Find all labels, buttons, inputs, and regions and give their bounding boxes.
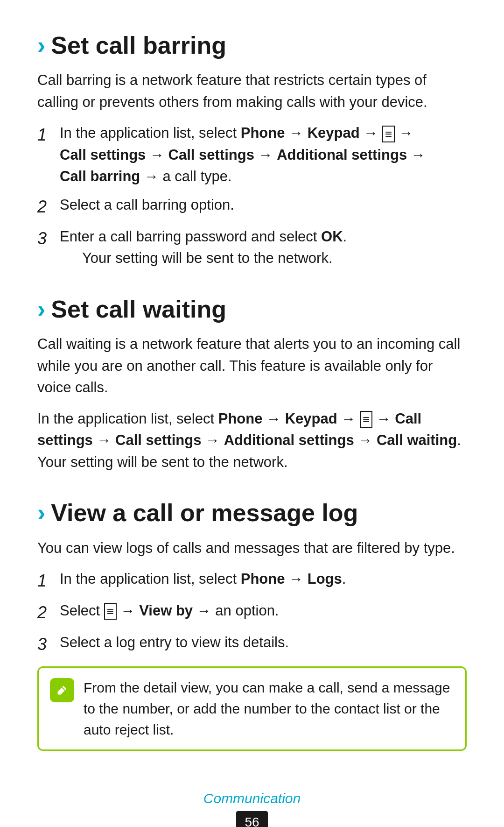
note-text: From the detail view, you can make a cal…	[84, 677, 454, 740]
section-title-view-log: › View a call or message log	[37, 495, 467, 530]
section-title-call-waiting: › Set call waiting	[37, 292, 467, 327]
step-number: 1	[37, 122, 60, 148]
step-item: 3 Select a log entry to view its details…	[37, 632, 467, 657]
page-footer: Communication 56	[37, 788, 467, 827]
step-number: 3	[37, 226, 60, 251]
step-content: In the application list, select Phone → …	[60, 568, 467, 590]
step-item: 2 Select a call barring option.	[37, 194, 467, 219]
footer-label: Communication	[37, 788, 467, 809]
call-waiting-description: Call waiting is a network feature that a…	[37, 333, 467, 399]
section-call-waiting: › Set call waiting Call waiting is a net…	[37, 292, 467, 473]
footer-page-number: 56	[236, 811, 267, 827]
step-number: 1	[37, 568, 60, 594]
chevron-icon-1: ›	[37, 28, 45, 63]
pencil-icon	[55, 683, 70, 698]
step-item: 3 Enter a call barring password and sele…	[37, 226, 467, 269]
section-title-call-barring: › Set call barring	[37, 28, 467, 63]
step-content: In the application list, select Phone → …	[60, 122, 467, 188]
call-waiting-inline: In the application list, select Phone → …	[37, 408, 467, 474]
note-icon	[50, 678, 74, 702]
note-box: From the detail view, you can make a cal…	[37, 666, 467, 751]
step-item: 1 In the application list, select Phone …	[37, 568, 467, 594]
step-content: Select ≡ → View by → an option.	[60, 600, 467, 622]
step-content: Select a log entry to view its details.	[60, 632, 467, 654]
step-subnote: Your setting will be sent to the network…	[82, 247, 347, 269]
view-log-description: You can view logs of calls and messages …	[37, 537, 467, 559]
step-content: Select a call barring option.	[60, 194, 467, 216]
section-call-barring: › Set call barring Call barring is a net…	[37, 28, 467, 269]
step-item: 2 Select ≡ → View by → an option.	[37, 600, 467, 625]
step-number: 2	[37, 194, 60, 219]
step-item: 1 In the application list, select Phone …	[37, 122, 467, 188]
step-content: Enter a call barring password and select…	[60, 228, 347, 245]
chevron-icon-2: ›	[37, 292, 45, 327]
view-log-steps: 1 In the application list, select Phone …	[37, 568, 467, 657]
call-barring-steps: 1 In the application list, select Phone …	[37, 122, 467, 269]
section-view-log: › View a call or message log You can vie…	[37, 495, 467, 751]
chevron-icon-3: ›	[37, 495, 45, 530]
call-barring-description: Call barring is a network feature that r…	[37, 70, 467, 113]
step-number: 2	[37, 600, 60, 625]
step-number: 3	[37, 632, 60, 657]
